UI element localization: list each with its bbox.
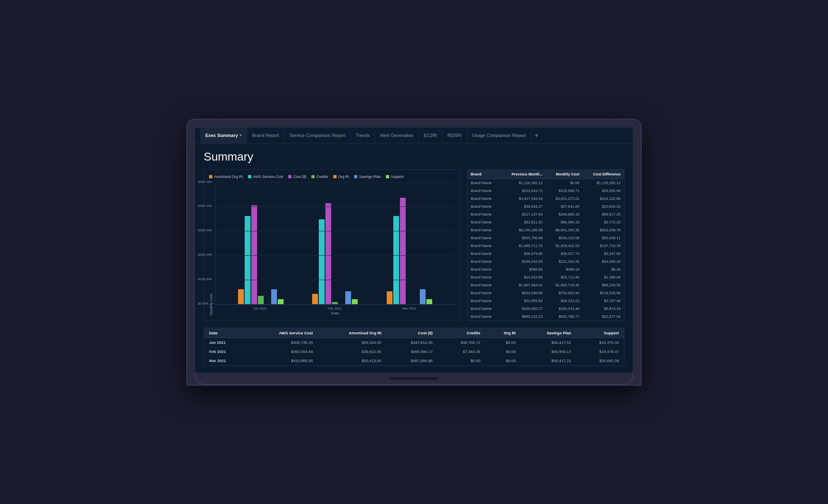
tab-brand-report[interactable]: Brand Report (247, 128, 284, 143)
grid-line: $500.00K (215, 182, 455, 183)
table-cell: $753,825.94 (546, 289, 583, 297)
x-axis: Jan 2021Feb 2021Mar 2021 (215, 305, 455, 310)
table-cell: $410,885.55 (247, 356, 318, 365)
table-cell: Feb 2021 (204, 347, 247, 356)
grid-line: $200.00K (215, 255, 455, 256)
tab-service-comparison[interactable]: Service Comparison Report (284, 128, 351, 143)
table-cell: $302,039.78 (583, 226, 624, 234)
table-cell: Brand Name (467, 305, 501, 312)
table-cell: $1,690,711.76 (501, 242, 546, 250)
table-row: Brand Name$117,147.94$206,665.18$89,517.… (467, 210, 624, 218)
table-cell: $89,517.25 (583, 210, 624, 218)
page-title: Summary (204, 150, 624, 163)
table-cell: $534,115.08 (546, 234, 583, 242)
data-table-header: Amortised Org RI (318, 328, 386, 338)
legend-item: Credits (311, 175, 328, 179)
table-cell: $3,347.83 (583, 250, 624, 257)
laptop-screen: Exec Summary ▾ Brand Report Service Comp… (195, 127, 633, 373)
data-table-header: AWS Service Cost (247, 328, 318, 338)
table-row: Brand Name$36,816.27$57,641.60$20,825.33 (467, 202, 624, 210)
table-cell: $3,767.40 (583, 297, 624, 305)
add-tab-button[interactable]: + (531, 132, 542, 139)
x-axis-label: Jan 2021 (253, 307, 267, 310)
table-cell: $634,590.88 (501, 289, 546, 297)
table-cell: $932,789.77 (546, 312, 583, 320)
chart-bar (258, 296, 264, 305)
bar-group (312, 203, 358, 304)
chart-bar (393, 216, 399, 304)
table-cell: $0.00 (485, 338, 520, 347)
table-cell: $5,874.19 (583, 305, 624, 312)
tab-usage-comparison[interactable]: Usage Comparison Report (467, 128, 531, 143)
tab-trends[interactable]: Trends (351, 128, 375, 143)
chart-inner: $500.00K$400.00K$300.00K$200.00K$100.00K… (215, 183, 455, 315)
table-cell: $103,043.72 (501, 187, 546, 194)
data-table-header: Savings Plan (521, 328, 576, 338)
table-row: Feb 2021$392,954.84$39,822.00$455,896.17… (204, 347, 624, 356)
table-cell: $25,711.89 (546, 273, 583, 281)
tab-next-generation[interactable]: Next Generation (375, 128, 419, 143)
tab-ec2ri[interactable]: EC2RI (419, 128, 442, 143)
table-cell: Brand Name (467, 289, 501, 297)
tab-label: Exec Summary (205, 133, 238, 138)
chart-plot: $500.00K$400.00K$300.00K$200.00K$100.00K… (215, 183, 455, 305)
x-axis-label: Feb 2021 (328, 307, 342, 310)
table-cell: $32,555.82 (501, 297, 546, 305)
tab-label: Usage Comparison Report (472, 133, 526, 138)
table-row: Brand Name$3,417,169.16$3,631,272.01$214… (467, 194, 624, 202)
table-cell: $56,417.51 (521, 338, 576, 347)
table-cell: Brand Name (467, 210, 501, 218)
table-cell: $8.34 (583, 265, 624, 273)
chart-wrapper: Monthly Cost $500.00K$400.00K$300.00K$20… (209, 183, 455, 315)
laptop-notch (389, 377, 439, 380)
brand-table-header: Brand (467, 170, 501, 179)
table-cell: $86,234.35 (583, 281, 624, 289)
table-cell: $1,807,484.01 (501, 281, 546, 289)
table-cell: $24,550.42 (583, 257, 624, 265)
chart-bar (271, 289, 277, 304)
legend-item: Org RI (333, 175, 349, 179)
chart-bar (319, 219, 325, 304)
table-cell: $36,706.72 (438, 338, 485, 347)
table-cell: Brand Name (467, 179, 501, 187)
table-cell: $196,610.63 (501, 257, 546, 265)
data-table-header: Date (204, 328, 247, 338)
table-cell: Brand Name (467, 187, 501, 194)
table-cell: $1,828,422.53 (546, 242, 583, 250)
table-cell: Brand Name (467, 194, 501, 202)
tab-exec-summary[interactable]: Exec Summary ▾ (200, 128, 247, 143)
grid-line: $400.00K (215, 206, 455, 207)
tab-label: RDSRI (448, 133, 462, 138)
tab-rdsri[interactable]: RDSRI (443, 128, 467, 143)
table-cell: $0.00 (546, 179, 583, 187)
table-row: Brand Name$159,500.27$165,374.46$5,874.1… (467, 305, 624, 312)
table-cell: Brand Name (467, 218, 501, 226)
table-cell: Brand Name (467, 250, 501, 257)
tab-label: EC2RI (424, 133, 437, 138)
tab-bar: Exec Summary ▾ Brand Report Service Comp… (195, 128, 633, 144)
table-cell: $119,235.06 (583, 289, 624, 297)
table-cell: -$1,126,282.12 (583, 179, 624, 187)
table-cell: $206,665.18 (546, 210, 583, 218)
table-cell: $159,500.27 (501, 305, 546, 312)
grid-line: $0.00K (215, 304, 455, 305)
table-cell: Brand Name (467, 312, 501, 320)
bottom-table-area: DateAWS Service CostAmortised Org RICost… (204, 328, 624, 366)
data-table: DateAWS Service CostAmortised Org RICost… (204, 328, 624, 365)
table-cell: $36,323.22 (546, 297, 583, 305)
chart-bar (238, 289, 244, 304)
tab-label: Brand Report (252, 133, 279, 138)
data-table-header: Org RI (485, 328, 520, 338)
chart-area: Amortised Org RIAWS Service CostCost ($)… (204, 169, 460, 321)
table-cell: $3,417,169.16 (501, 194, 546, 202)
table-cell: $455,896.17 (386, 347, 438, 356)
legend-item: Support (386, 175, 404, 179)
brand-table-header: Monthly Cost (546, 170, 583, 179)
table-row: Brand Name$6,239,295.58$6,541,335.36$302… (467, 226, 624, 234)
chart-bar (312, 294, 318, 305)
table-cell: $50,413.00 (318, 356, 386, 365)
data-table-header: Support (576, 328, 624, 338)
table-cell: $50,956.17 (521, 347, 576, 356)
table-cell: $30,408.11 (583, 234, 624, 242)
table-cell: Jan 2021 (204, 338, 247, 347)
